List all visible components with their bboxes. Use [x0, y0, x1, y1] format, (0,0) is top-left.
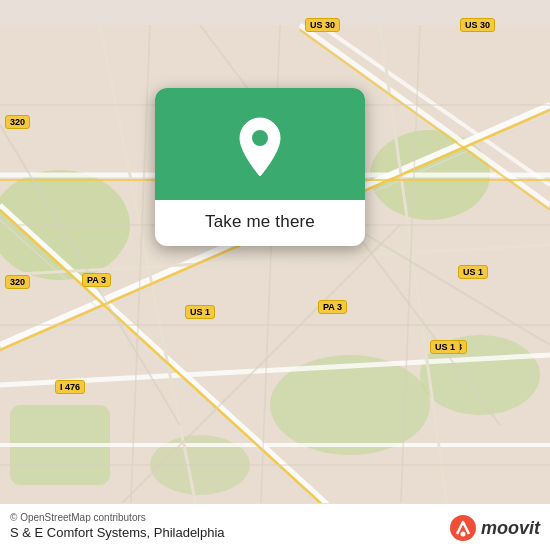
popup-green-area: [155, 88, 365, 200]
road-sign-pa3-1: PA 3: [82, 273, 111, 287]
moovit-text: moovit: [481, 518, 540, 539]
svg-point-34: [252, 130, 268, 146]
road-sign-us1-1: US 1: [185, 305, 215, 319]
take-me-there-button[interactable]: Take me there: [205, 200, 315, 246]
popup-card: Take me there: [155, 88, 365, 246]
road-sign-i476: I 476: [55, 380, 85, 394]
road-sign-pa3-2: PA 3: [318, 300, 347, 314]
road-sign-320-1: 320: [5, 115, 30, 129]
map-container: US 30 US 30 320 320 PA 3 PA 3 PA 3 I 476…: [0, 0, 550, 550]
road-sign-us1-3: US 1: [430, 340, 460, 354]
svg-point-36: [460, 532, 465, 537]
location-pin-icon: [234, 116, 286, 178]
road-sign-320-2: 320: [5, 275, 30, 289]
road-sign-us30-1: US 30: [305, 18, 340, 32]
svg-point-35: [450, 515, 476, 541]
road-sign-us1-2: US 1: [458, 265, 488, 279]
moovit-logo: moovit: [449, 514, 540, 542]
moovit-icon: [449, 514, 477, 542]
road-sign-us30-2: US 30: [460, 18, 495, 32]
